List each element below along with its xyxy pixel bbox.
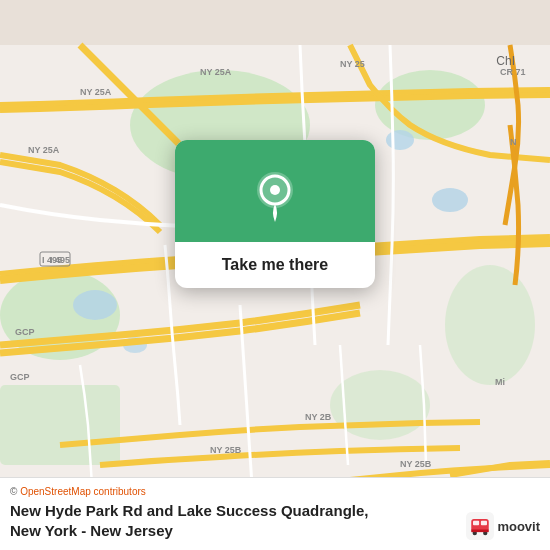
location-pin-icon xyxy=(253,170,297,222)
svg-text:NY 25A: NY 25A xyxy=(200,67,232,77)
info-bar: © OpenStreetMap contributors New Hyde Pa… xyxy=(0,477,550,550)
svg-point-5 xyxy=(445,265,535,385)
svg-text:N: N xyxy=(510,137,517,147)
svg-text:NY 25B: NY 25B xyxy=(400,459,432,469)
svg-text:NY 25: NY 25 xyxy=(340,59,365,69)
openstreetmap-link[interactable]: OpenStreetMap contributors xyxy=(20,486,146,497)
chi-label: ChI xyxy=(496,54,515,68)
svg-point-7 xyxy=(73,290,117,320)
svg-text:I 495: I 495 xyxy=(42,255,62,265)
svg-rect-33 xyxy=(481,521,487,525)
svg-text:NY 25A: NY 25A xyxy=(80,87,112,97)
location-title: New Hyde Park Rd and Lake Success Quadra… xyxy=(10,501,368,540)
svg-point-8 xyxy=(432,188,468,212)
svg-point-9 xyxy=(386,130,414,150)
copyright-text: © OpenStreetMap contributors xyxy=(10,486,540,497)
svg-point-29 xyxy=(270,185,280,195)
svg-rect-36 xyxy=(472,530,490,533)
svg-text:GCP: GCP xyxy=(15,327,35,337)
svg-rect-32 xyxy=(473,521,479,525)
moovit-text: moovit xyxy=(497,519,540,534)
svg-text:NY 25A: NY 25A xyxy=(28,145,60,155)
moovit-logo[interactable]: moovit xyxy=(466,512,540,540)
svg-text:CR 71: CR 71 xyxy=(500,67,526,77)
svg-text:NY 2B: NY 2B xyxy=(305,412,332,422)
svg-text:GCP: GCP xyxy=(10,372,30,382)
map-container: I 495 I 495 NY 25A NY 25A NY 25A NY 25 C… xyxy=(0,0,550,550)
moovit-icon xyxy=(466,512,494,540)
popup-green-area xyxy=(175,140,375,242)
svg-text:NY 25B: NY 25B xyxy=(210,445,242,455)
popup-card: Take me there xyxy=(175,140,375,288)
svg-rect-4 xyxy=(0,385,120,465)
popup-button-area: Take me there xyxy=(175,242,375,288)
svg-text:Mi: Mi xyxy=(495,377,505,387)
take-me-there-button[interactable]: Take me there xyxy=(191,256,359,274)
